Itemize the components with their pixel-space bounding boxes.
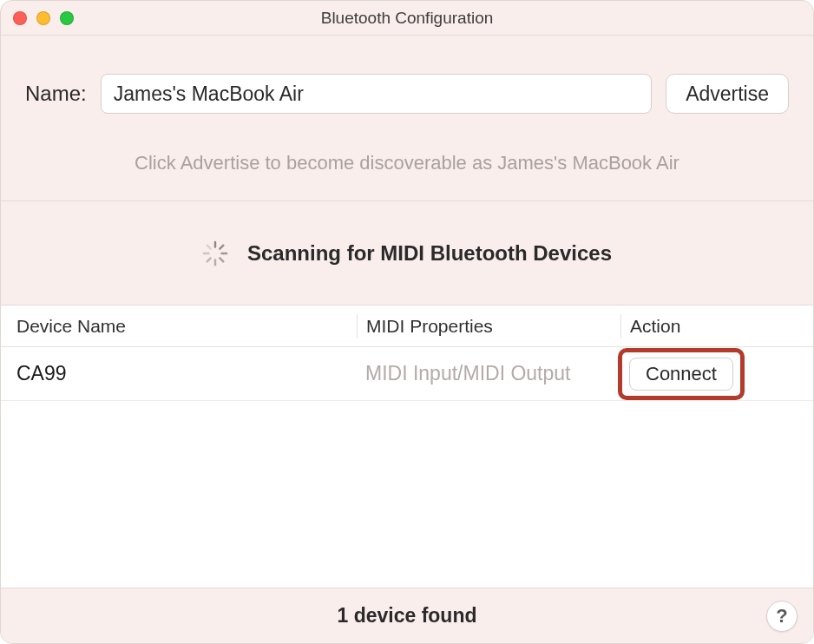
window-title: Bluetooth Configuration [321,9,494,28]
table-header: Device Name MIDI Properties Action [1,306,813,347]
name-label: Name: [25,82,87,106]
titlebar: Bluetooth Configuration [1,1,813,36]
zoom-icon[interactable] [60,11,74,25]
minimize-icon[interactable] [36,11,50,25]
close-icon[interactable] [13,11,27,25]
scan-bar: Scanning for MIDI Bluetooth Devices [1,201,813,306]
advertise-hint: Click Advertise to become discoverable a… [25,152,789,174]
svg-line-7 [207,245,211,248]
svg-line-3 [220,258,223,261]
device-table: Device Name MIDI Properties Action CA99 … [1,306,813,588]
svg-line-5 [207,258,211,261]
window: Bluetooth Configuration Name: Advertise … [0,0,814,644]
cell-device-name: CA99 [1,362,357,385]
cell-action: Connect [620,358,813,391]
status-text: 1 device found [337,604,476,628]
table-row[interactable]: CA99 MIDI Input/MIDI Output Connect [1,347,813,401]
connect-highlight: Connect [629,358,733,391]
svg-line-1 [220,245,223,248]
header-midi-properties[interactable]: MIDI Properties [357,314,620,338]
header-device-name[interactable]: Device Name [1,316,357,337]
help-button[interactable]: ? [766,601,798,632]
top-panel: Name: Advertise Click Advertise to becom… [1,36,813,201]
traffic-lights [13,11,74,25]
name-row: Name: Advertise [25,74,789,114]
spinner-icon [202,240,228,266]
name-input[interactable] [101,74,652,114]
footer: 1 device found ? [1,588,813,643]
header-action[interactable]: Action [620,314,813,338]
connect-button[interactable]: Connect [629,358,733,391]
cell-midi-properties: MIDI Input/MIDI Output [357,362,620,385]
scan-text: Scanning for MIDI Bluetooth Devices [247,241,612,266]
advertise-button[interactable]: Advertise [666,74,789,114]
